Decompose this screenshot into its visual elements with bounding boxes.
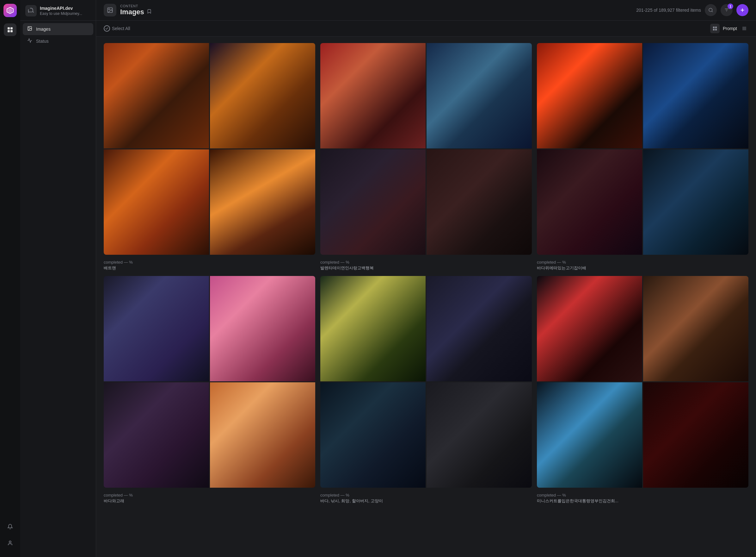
card-status-3: completed — % bbox=[537, 260, 748, 265]
mosaic-cell bbox=[320, 382, 426, 488]
card-status-1: completed — % bbox=[104, 260, 315, 265]
mosaic-cell bbox=[643, 149, 748, 255]
header-section-label: Content bbox=[120, 4, 152, 8]
card-status-6: completed — % bbox=[537, 493, 748, 498]
image-mosaic-5[interactable] bbox=[320, 276, 532, 488]
card-meta-1: completed — % 배트맨 bbox=[104, 260, 315, 271]
sidebar-nav: Images Status bbox=[20, 21, 96, 557]
user-icon[interactable] bbox=[4, 537, 17, 549]
svg-rect-4 bbox=[8, 30, 10, 32]
nav-grid-icon[interactable] bbox=[4, 23, 17, 36]
main-area: Content Images 201-225 of 189,927 filter… bbox=[96, 0, 756, 557]
image-mosaic-1[interactable] bbox=[104, 43, 315, 255]
mosaic-cell bbox=[320, 149, 426, 255]
sort-label: Prompt bbox=[723, 26, 737, 31]
card-prompt-4: 바다와고래 bbox=[104, 498, 315, 504]
card-meta-4: completed — % 바다와고래 bbox=[104, 493, 315, 504]
sidebar-item-status[interactable]: Status bbox=[23, 35, 93, 47]
mosaic-cell bbox=[210, 382, 315, 488]
card-prompt-1: 배트맨 bbox=[104, 265, 315, 271]
svg-point-10 bbox=[109, 9, 110, 9]
image-grid: completed — % 배트맨 bbox=[104, 43, 748, 504]
mosaic-cell bbox=[210, 149, 315, 255]
image-mosaic-4[interactable] bbox=[104, 276, 315, 488]
bell-icon[interactable] bbox=[4, 520, 17, 533]
image-card-3: completed — % 바다위에떠있는고기잡이배 bbox=[537, 43, 748, 271]
svg-line-12 bbox=[712, 11, 713, 12]
header: Content Images 201-225 of 189,927 filter… bbox=[96, 0, 756, 21]
header-right: 201-225 of 189,927 filtered items 1 bbox=[636, 4, 748, 16]
svg-point-11 bbox=[709, 8, 712, 12]
card-meta-5: completed — % 바다, 낚시, 희망, 할아버지, 고양이 bbox=[320, 493, 532, 504]
card-meta-3: completed — % 바다위에떠있는고기잡이배 bbox=[537, 260, 748, 271]
add-button[interactable] bbox=[736, 4, 748, 16]
header-title: Images bbox=[120, 8, 152, 16]
sidebar-item-images[interactable]: Images bbox=[23, 23, 93, 35]
mosaic-cell bbox=[427, 149, 532, 255]
filter-button[interactable]: 1 bbox=[721, 4, 733, 16]
image-mosaic-3[interactable] bbox=[537, 43, 748, 255]
select-all-button[interactable]: Select All bbox=[104, 25, 130, 32]
mosaic-cell bbox=[537, 43, 642, 148]
images-nav-icon bbox=[27, 26, 33, 32]
mosaic-cell bbox=[320, 276, 426, 381]
header-title-group: Content Images bbox=[120, 4, 152, 16]
svg-rect-21 bbox=[715, 29, 717, 30]
search-button[interactable] bbox=[705, 4, 717, 16]
svg-rect-2 bbox=[8, 27, 10, 29]
toolbar-left: Select All bbox=[104, 25, 130, 32]
card-status-5: completed — % bbox=[320, 493, 532, 498]
image-card-1: completed — % 배트맨 bbox=[104, 43, 315, 271]
image-card-4: completed — % 바다와고래 bbox=[104, 276, 315, 504]
card-prompt-3: 바다위에떠있는고기잡이배 bbox=[537, 265, 748, 271]
select-all-circle-icon bbox=[104, 25, 110, 32]
mosaic-cell bbox=[104, 149, 209, 255]
mosaic-cell bbox=[427, 382, 532, 488]
header-left: Content Images bbox=[104, 4, 152, 17]
mosaic-cell bbox=[427, 43, 532, 148]
grid-view-button[interactable] bbox=[710, 24, 720, 33]
mosaic-cell bbox=[537, 276, 642, 381]
mosaic-cell bbox=[643, 382, 748, 488]
mosaic-cell bbox=[427, 276, 532, 381]
bookmark-icon[interactable] bbox=[147, 9, 152, 15]
sidebar-logo bbox=[25, 5, 37, 17]
svg-rect-19 bbox=[715, 27, 717, 28]
mosaic-cell bbox=[104, 43, 209, 148]
card-prompt-5: 바다, 낚시, 희망, 할아버지, 고양이 bbox=[320, 498, 532, 504]
toolbar-right: Prompt bbox=[710, 24, 748, 33]
mosaic-cell bbox=[643, 276, 748, 381]
icon-bar bbox=[0, 0, 20, 557]
sidebar-status-label: Status bbox=[36, 39, 49, 44]
svg-rect-20 bbox=[713, 29, 715, 30]
mosaic-cell bbox=[537, 149, 642, 255]
sidebar-header: ImagineAPI.dev Easy to use Midjourney... bbox=[20, 0, 96, 21]
svg-rect-18 bbox=[713, 27, 715, 28]
card-status-2: completed — % bbox=[320, 260, 532, 265]
image-mosaic-2[interactable] bbox=[320, 43, 532, 255]
sidebar: ImagineAPI.dev Easy to use Midjourney...… bbox=[20, 0, 96, 557]
filter-count-text: 201-225 of 189,927 filtered items bbox=[636, 8, 701, 13]
sort-lines-icon[interactable] bbox=[740, 24, 748, 33]
app-logo-icon[interactable] bbox=[3, 4, 17, 17]
filter-badge: 1 bbox=[728, 3, 733, 9]
mosaic-cell bbox=[320, 43, 426, 148]
sidebar-app-name: ImagineAPI.dev bbox=[40, 6, 82, 11]
svg-point-6 bbox=[9, 541, 11, 543]
svg-point-8 bbox=[29, 28, 29, 28]
card-meta-2: completed — % 발렌타데이연인사랑고백행복 bbox=[320, 260, 532, 271]
toolbar: Select All Prompt bbox=[96, 21, 756, 37]
mosaic-cell bbox=[104, 276, 209, 381]
image-mosaic-6[interactable] bbox=[537, 276, 748, 488]
content-area: completed — % 배트맨 bbox=[96, 37, 756, 557]
image-card-5: completed — % 바다, 낚시, 희망, 할아버지, 고양이 bbox=[320, 276, 532, 504]
card-meta-6: completed — % 미니스커트를입은한국대통령영부인김건희... bbox=[537, 493, 748, 504]
card-prompt-6: 미니스커트를입은한국대통령영부인김건희... bbox=[537, 498, 748, 504]
svg-rect-3 bbox=[10, 27, 13, 29]
card-status-4: completed — % bbox=[104, 493, 315, 498]
sidebar-images-label: Images bbox=[36, 27, 51, 32]
image-card-2: completed — % 발렌타데이연인사랑고백행복 bbox=[320, 43, 532, 271]
status-nav-icon bbox=[27, 38, 33, 44]
mosaic-cell bbox=[210, 43, 315, 148]
mosaic-cell bbox=[537, 382, 642, 488]
